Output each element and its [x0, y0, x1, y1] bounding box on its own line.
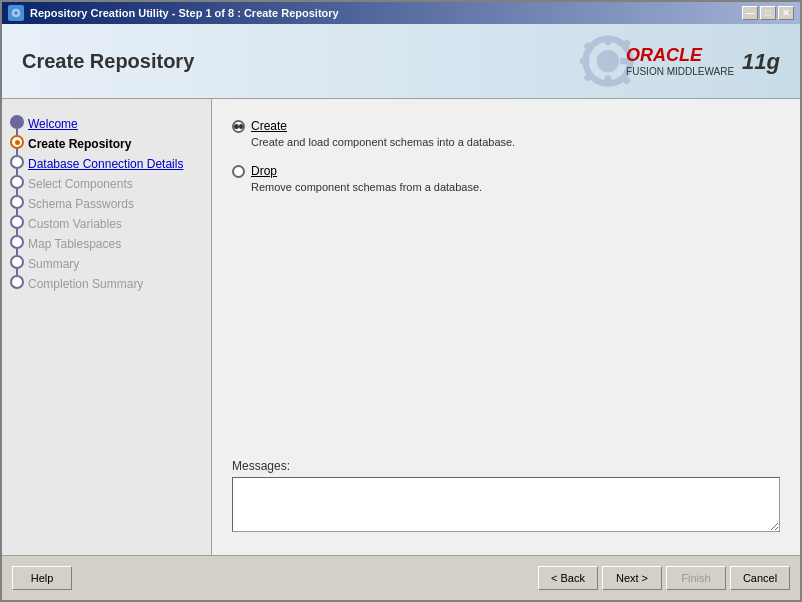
svg-point-2 [597, 50, 619, 72]
nav-item-welcome[interactable]: Welcome [6, 115, 207, 135]
title-bar: Repository Creation Utility - Step 1 of … [2, 2, 800, 24]
cancel-button[interactable]: Cancel [730, 566, 790, 590]
nav-item-summary: Summary [6, 255, 207, 275]
messages-box[interactable] [232, 477, 780, 532]
option-group: Create Create and load component schemas… [232, 119, 780, 193]
header: Create Repository ORACLE FUSION MIDDLEWA… [2, 24, 800, 99]
nav-dot-schema-passwords [10, 195, 24, 209]
main-panel: Create Create and load component schemas… [212, 99, 800, 555]
sidebar-item-map-tablespaces: Map Tablespaces [28, 235, 207, 253]
maximize-button[interactable]: □ [760, 6, 776, 20]
content-area: Welcome Create Repository [2, 99, 800, 555]
close-button[interactable]: ✕ [778, 6, 794, 20]
nav-item-database-connection[interactable]: Database Connection Details [6, 155, 207, 175]
create-description: Create and load component schemas into a… [251, 136, 780, 148]
sidebar-item-summary: Summary [28, 255, 207, 273]
messages-section: Messages: [232, 439, 780, 535]
create-label[interactable]: Create [251, 119, 287, 133]
svg-rect-4 [605, 76, 611, 86]
create-option[interactable]: Create Create and load component schemas… [232, 119, 780, 148]
nav-list: Welcome Create Repository [2, 109, 211, 299]
messages-label: Messages: [232, 459, 780, 473]
svg-rect-3 [605, 36, 611, 46]
nav-dot-create-repository [10, 135, 24, 149]
sidebar-item-custom-variables: Custom Variables [28, 215, 207, 233]
nav-item-schema-passwords: Schema Passwords [6, 195, 207, 215]
sidebar-item-database-connection[interactable]: Database Connection Details [28, 155, 207, 173]
version-label: 11g [742, 48, 780, 74]
sidebar-item-welcome[interactable]: Welcome [28, 115, 207, 133]
help-button[interactable]: Help [12, 566, 72, 590]
fusion-brand: FUSION MIDDLEWARE [626, 66, 734, 78]
nav-dot-select-components [10, 175, 24, 189]
finish-button[interactable]: Finish [666, 566, 726, 590]
sidebar-item-completion-summary: Completion Summary [28, 275, 207, 293]
back-button[interactable]: < Back [538, 566, 598, 590]
main-window: Repository Creation Utility - Step 1 of … [0, 0, 802, 602]
sidebar-item-select-components: Select Components [28, 175, 207, 193]
oracle-logo: ORACLE FUSION MIDDLEWARE 11g [626, 45, 780, 78]
drop-label[interactable]: Drop [251, 164, 277, 178]
nav-item-map-tablespaces: Map Tablespaces [6, 235, 207, 255]
minimize-button[interactable]: — [742, 6, 758, 20]
page-title: Create Repository [22, 50, 194, 73]
nav-dot-summary [10, 255, 24, 269]
create-radio[interactable] [232, 120, 245, 133]
nav-dot-map-tablespaces [10, 235, 24, 249]
nav-item-custom-variables: Custom Variables [6, 215, 207, 235]
next-button[interactable]: Next > [602, 566, 662, 590]
nav-item-select-components: Select Components [6, 175, 207, 195]
sidebar-item-create-repository: Create Repository [28, 135, 207, 153]
nav-dot-custom-variables [10, 215, 24, 229]
sidebar: Welcome Create Repository [2, 99, 212, 555]
drop-option[interactable]: Drop Remove component schemas from a dat… [232, 164, 780, 193]
nav-dot-completion-summary [10, 275, 24, 289]
footer: Help < Back Next > Finish Cancel [2, 555, 800, 600]
drop-radio[interactable] [232, 165, 245, 178]
window-icon [8, 5, 24, 21]
oracle-brand: ORACLE [626, 45, 702, 66]
nav-item-completion-summary: Completion Summary [6, 275, 207, 293]
nav-dot-welcome [10, 115, 24, 129]
svg-rect-5 [580, 58, 590, 64]
window-title: Repository Creation Utility - Step 1 of … [30, 7, 339, 19]
drop-description: Remove component schemas from a database… [251, 181, 780, 193]
sidebar-item-schema-passwords: Schema Passwords [28, 195, 207, 213]
nav-item-create-repository: Create Repository [6, 135, 207, 155]
nav-dot-database [10, 155, 24, 169]
